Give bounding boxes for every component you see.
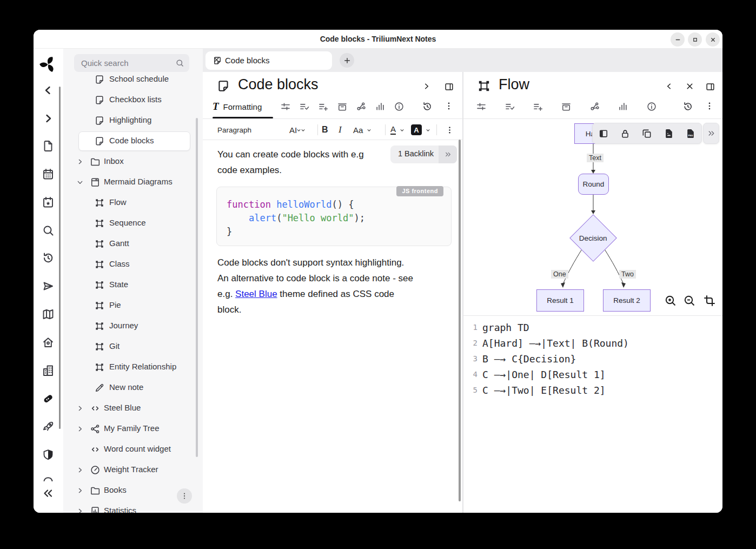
rail-go-back[interactable] [37, 80, 59, 101]
expander-icon[interactable] [76, 466, 84, 474]
ribbon-tab-formatting[interactable]: TFormatting [213, 101, 262, 117]
tree-item-highlighting[interactable]: Highlighting [63, 110, 203, 131]
backlink-widget[interactable]: 1 Backlink [390, 145, 457, 163]
minimize-button[interactable] [671, 32, 685, 47]
expander-icon[interactable] [76, 425, 84, 433]
expander-icon[interactable] [76, 157, 84, 166]
chevron-left-icon[interactable] [665, 82, 674, 91]
file-png-icon[interactable]: PNG [685, 128, 696, 139]
sliders-icon[interactable] [476, 101, 487, 112]
editor-content[interactable]: You can create code blocks with e.gcode … [203, 140, 462, 513]
tree-item-journey[interactable]: Journey [63, 316, 203, 336]
file-image-icon[interactable] [664, 128, 674, 139]
toolbar-more-button[interactable] [445, 120, 454, 140]
tree-item-new-note[interactable]: New note [63, 378, 203, 398]
rail-recent-changes[interactable] [37, 247, 59, 269]
tree-item-steel-blue[interactable]: Steel Blue [63, 398, 203, 419]
rail-tags[interactable] [37, 388, 59, 409]
tree-item-state[interactable]: State [63, 275, 203, 295]
tree-item-gantt[interactable]: Gantt [63, 234, 203, 254]
rail-search[interactable] [37, 220, 59, 241]
italic-button[interactable]: I [339, 120, 342, 140]
bg-color-dropdown[interactable]: A [411, 120, 432, 140]
tree-item-git[interactable]: Git [63, 336, 203, 357]
floating-toolbar-more[interactable] [703, 123, 719, 144]
panel-icon[interactable] [598, 128, 609, 139]
rail-bookmarks[interactable] [37, 303, 59, 325]
rail-home[interactable] [37, 332, 59, 353]
list-plus-icon[interactable] [318, 101, 329, 112]
expander-icon[interactable] [76, 486, 84, 495]
rail-scrollbar[interactable] [59, 87, 61, 429]
rail-inbox[interactable] [37, 275, 59, 297]
chevron-right-icon[interactable] [422, 82, 431, 91]
mermaid-icon[interactable] [477, 79, 491, 93]
text-size-dropdown[interactable]: Aa [353, 120, 373, 140]
tree-actions-button[interactable] [177, 488, 192, 504]
note-title[interactable]: Code blocks [238, 76, 319, 93]
tab-close-icon[interactable] [213, 56, 221, 64]
expander-icon[interactable] [76, 404, 84, 413]
steel-blue-link[interactable]: Steel Blue [235, 289, 277, 299]
split-pane-icon[interactable] [705, 82, 715, 92]
rail-launchbar[interactable] [37, 416, 59, 438]
dots-icon[interactable] [705, 101, 714, 111]
split-pane-icon[interactable] [444, 82, 454, 92]
node-round[interactable]: Round [578, 174, 609, 195]
list-check-icon[interactable] [299, 101, 310, 112]
tree-item-code-blocks[interactable]: Code blocks [63, 131, 203, 151]
list-check-icon[interactable] [505, 101, 515, 112]
history-icon[interactable] [422, 101, 433, 112]
close-pane-icon[interactable] [685, 82, 694, 91]
box-icon[interactable] [337, 101, 348, 112]
tree-item-weight-tracker[interactable]: Weight Tracker [63, 460, 203, 480]
tree-item-checkbox-lists[interactable]: Checkbox lists [63, 90, 203, 110]
tree-item-entity-relationship[interactable]: Entity Relationship [63, 357, 203, 378]
bars-icon[interactable] [618, 101, 628, 112]
ai-dropdown[interactable]: AI [289, 120, 307, 140]
tree-item-school-schedule[interactable]: School schedule [63, 69, 203, 90]
info-icon[interactable] [394, 101, 404, 112]
rail-go-forward[interactable] [37, 108, 59, 129]
editor-scrollbar[interactable] [459, 140, 461, 501]
box-icon[interactable] [561, 101, 572, 112]
rail-collapse-panel[interactable] [37, 482, 59, 504]
rail-trilium-logo[interactable] [37, 54, 59, 75]
reset-zoom-button[interactable] [703, 294, 716, 307]
sliders-icon[interactable] [280, 101, 291, 112]
info-icon[interactable] [646, 101, 657, 112]
dots-icon[interactable] [444, 101, 454, 111]
zoom-out-button[interactable] [683, 294, 696, 307]
tree-item-flow[interactable]: Flow [63, 193, 203, 213]
expander-icon[interactable] [76, 507, 84, 513]
node-result2[interactable]: Result 2 [603, 289, 651, 312]
rail-protected-session[interactable] [37, 444, 59, 466]
list-plus-icon[interactable] [533, 101, 543, 112]
tree-item-inbox[interactable]: Inbox [63, 151, 203, 172]
rail-calendar[interactable] [37, 163, 59, 185]
history-icon[interactable] [682, 101, 693, 112]
tree-item-my-family-tree[interactable]: My Family Tree [63, 419, 203, 439]
bars-icon[interactable] [375, 101, 386, 112]
backlink-expand-button[interactable] [439, 145, 457, 163]
rail-workspaces[interactable] [37, 360, 59, 381]
tree-item-word-count-widget[interactable]: Word count widget [63, 439, 203, 460]
maximize-button[interactable] [688, 32, 702, 47]
tree-item-mermaid-diagrams[interactable]: Mermaid Diagrams [63, 172, 203, 193]
zoom-in-button[interactable] [664, 294, 677, 307]
tree-item-class[interactable]: Class [63, 254, 203, 275]
copy-icon[interactable] [641, 128, 652, 139]
lock-icon[interactable] [620, 128, 631, 139]
network-icon[interactable] [356, 101, 367, 112]
tree-item-sequence[interactable]: Sequence [63, 213, 203, 234]
expander-icon[interactable] [76, 178, 84, 187]
new-tab-button[interactable] [340, 53, 354, 68]
note-icon[interactable] [216, 79, 230, 93]
tab-code-blocks[interactable]: Code blocks [205, 51, 332, 70]
code-block[interactable]: JS frontend function helloWorld() { aler… [216, 187, 452, 246]
tree-scrollbar[interactable] [196, 118, 198, 457]
rail-new-note[interactable] [37, 135, 59, 157]
node-result1[interactable]: Result 1 [536, 289, 584, 312]
close-button[interactable] [706, 32, 720, 47]
note-title[interactable]: Flow [499, 76, 529, 93]
